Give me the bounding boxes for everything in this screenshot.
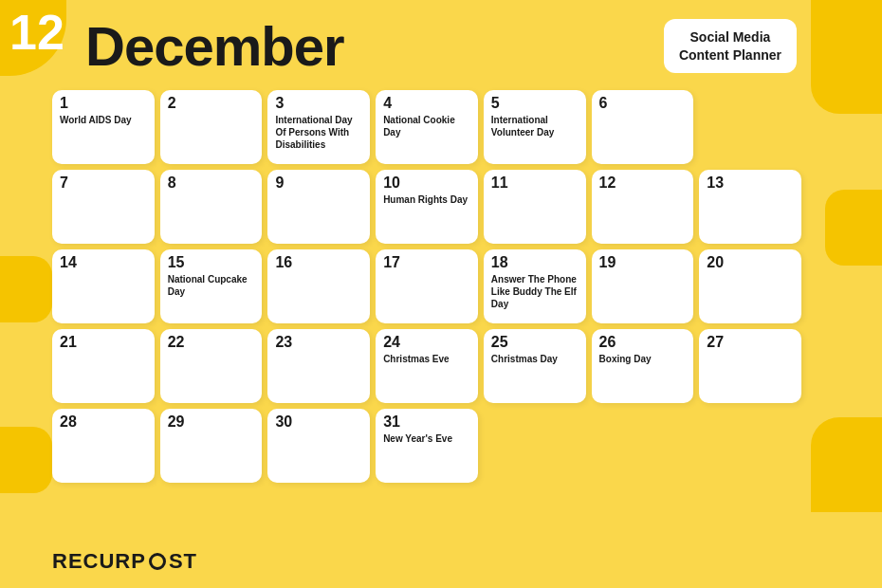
day-cell: 4National Cookie Day — [376, 90, 478, 164]
day-number: 31 — [383, 414, 470, 430]
month-number: 12 — [9, 8, 64, 57]
day-number: 20 — [707, 255, 794, 270]
day-number: 23 — [275, 335, 362, 350]
day-cell: 25Christmas Day — [484, 329, 586, 403]
day-cell: 21 — [52, 329, 155, 403]
day-number: 10 — [383, 175, 470, 191]
day-event: Answer The Phone Like Buddy The Elf Day — [491, 273, 579, 310]
day-cell: 10Human Rights Day — [376, 170, 478, 244]
day-number: 14 — [60, 255, 147, 270]
day-cell: 1World AIDS Day — [52, 90, 155, 164]
day-cell: 26Boxing Day — [592, 329, 694, 403]
day-cell: 20 — [699, 249, 801, 323]
day-cell: 18Answer The Phone Like Buddy The Elf Da… — [484, 249, 586, 323]
planner-title-line1: Social Media — [679, 28, 781, 46]
month-title: December — [85, 14, 343, 78]
day-number: 5 — [491, 96, 579, 111]
empty-cell — [699, 409, 801, 483]
deco-right-bottom — [811, 417, 882, 512]
empty-cell — [484, 409, 586, 483]
day-cell: 27 — [699, 329, 801, 403]
day-cell: 2 — [160, 90, 263, 164]
empty-cell — [699, 90, 801, 164]
day-cell: 17 — [376, 249, 478, 323]
day-number: 25 — [491, 335, 579, 350]
deco-left-mid — [0, 256, 52, 322]
day-number: 16 — [275, 255, 362, 270]
day-number: 12 — [599, 175, 687, 191]
day-event: International Volunteer Day — [491, 114, 579, 138]
day-event: National Cupcake Day — [168, 273, 255, 298]
day-event: Christmas Eve — [383, 353, 470, 365]
day-number: 6 — [599, 96, 687, 111]
day-event: Human Rights Day — [383, 193, 470, 206]
day-cell: 8 — [160, 170, 263, 244]
calendar-grid: 1World AIDS Day23International Day Of Pe… — [52, 90, 801, 483]
calendar: 1World AIDS Day23International Day Of Pe… — [52, 90, 801, 531]
day-number: 17 — [383, 255, 470, 270]
day-cell: 13 — [699, 170, 801, 244]
day-event: Christmas Day — [491, 353, 579, 365]
logo-o-icon — [149, 553, 166, 570]
day-cell: 6 — [592, 90, 694, 164]
day-number: 9 — [275, 175, 362, 191]
logo: RECURPST — [52, 549, 197, 574]
day-cell: 23 — [267, 329, 370, 403]
day-cell: 12 — [592, 170, 694, 244]
day-cell: 3International Day Of Persons With Disab… — [267, 90, 370, 164]
day-number: 1 — [60, 96, 147, 111]
logo-text-part1: RECURP — [52, 549, 146, 574]
day-cell: 30 — [267, 409, 370, 483]
day-cell: 31New Year's Eve — [376, 409, 478, 483]
planner-badge: Social Media Content Planner — [664, 19, 797, 72]
day-number: 26 — [599, 335, 687, 350]
day-number: 28 — [60, 414, 147, 430]
deco-right-mid — [825, 190, 882, 266]
day-event: National Cookie Day — [383, 114, 470, 138]
header: December Social Media Content Planner — [85, 14, 797, 78]
day-event: International Day Of Persons With Disabi… — [275, 114, 362, 151]
day-event: World AIDS Day — [60, 114, 147, 126]
day-number: 7 — [60, 175, 147, 191]
deco-right-top — [811, 0, 882, 114]
day-number: 19 — [599, 255, 687, 270]
day-number: 4 — [383, 96, 470, 111]
day-cell: 19 — [592, 249, 694, 323]
logo-text-part2: ST — [169, 549, 197, 574]
day-cell: 11 — [484, 170, 586, 244]
day-cell: 5International Volunteer Day — [484, 90, 586, 164]
day-cell: 29 — [160, 409, 263, 483]
day-number: 22 — [168, 335, 255, 350]
day-event: Boxing Day — [599, 353, 687, 365]
day-number: 11 — [491, 175, 579, 191]
day-cell: 16 — [267, 249, 370, 323]
day-number: 8 — [168, 175, 255, 191]
day-number: 15 — [168, 255, 255, 270]
day-number: 29 — [168, 414, 255, 430]
day-cell: 15National Cupcake Day — [160, 249, 263, 323]
day-number: 27 — [707, 335, 794, 350]
day-cell: 24Christmas Eve — [376, 329, 478, 403]
planner-title-line2: Content Planner — [679, 46, 781, 64]
day-number: 3 — [275, 96, 362, 111]
day-cell: 9 — [267, 170, 370, 244]
deco-left-bottom — [0, 427, 52, 493]
day-cell: 22 — [160, 329, 263, 403]
empty-cell — [592, 409, 694, 483]
day-cell: 14 — [52, 249, 155, 323]
day-number: 13 — [707, 175, 794, 191]
day-cell: 7 — [52, 170, 155, 244]
day-event: New Year's Eve — [383, 432, 470, 445]
day-number: 18 — [491, 255, 579, 270]
day-number: 24 — [383, 335, 470, 350]
day-number: 30 — [275, 414, 362, 430]
day-cell: 28 — [52, 409, 155, 483]
day-number: 21 — [60, 335, 147, 350]
day-number: 2 — [168, 96, 255, 111]
